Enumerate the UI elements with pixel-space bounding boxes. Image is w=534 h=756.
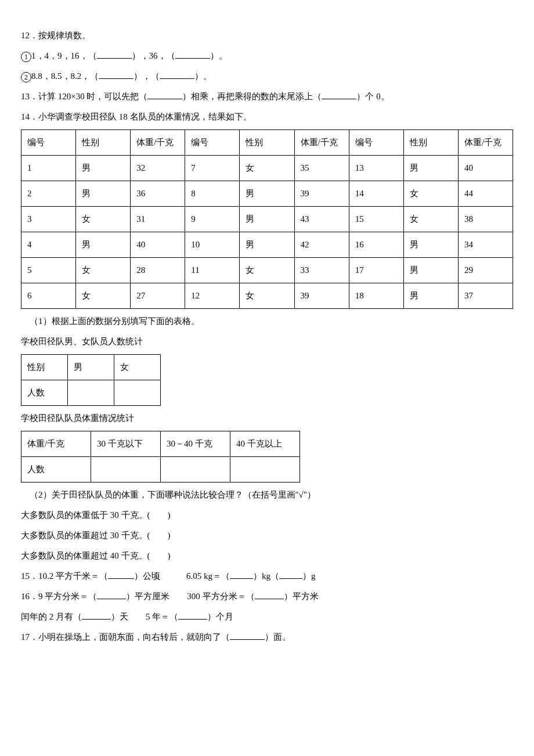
th: 编号 xyxy=(349,130,403,156)
th: 性别 xyxy=(76,130,131,156)
blank xyxy=(99,70,134,79)
q16-line2: 闰年的 2 月有（）天 5 年＝（）个月 xyxy=(21,609,513,625)
q16-l1c: ）平方米 xyxy=(284,592,319,601)
table-row: 1男327女3513男40 xyxy=(21,156,513,181)
th: 性别 xyxy=(21,355,68,380)
blank xyxy=(230,570,253,579)
q14-opt1: 大多数队员的体重低于 30 千克。( ) xyxy=(21,507,513,523)
circle-1-icon: 1 xyxy=(21,52,31,62)
q17-b: ）面。 xyxy=(265,632,291,642)
q15-a: 15．10.2 平方千米＝（ xyxy=(21,571,108,581)
q14-opt2: 大多数队员的体重超过 30 千克。( ) xyxy=(21,528,513,543)
q16-l1b: ）平方厘米 300 平方分米＝（ xyxy=(126,592,254,601)
q12-l2a: 8.8，8.5，8.2，（ xyxy=(31,71,99,81)
table-row: 6女2712女3918男37 xyxy=(21,283,513,309)
blank xyxy=(147,91,182,99)
blank xyxy=(108,570,134,579)
q15-d: ）g xyxy=(302,571,316,581)
q12-line1: 11，4，9，16，（），36，（）。 xyxy=(21,48,513,64)
gender-table-caption: 学校田径队男、女队员人数统计 xyxy=(21,334,513,350)
blank xyxy=(97,591,126,599)
q14-sub1: （1）根据上面的数据分别填写下面的表格。 xyxy=(21,314,513,329)
q14-opt3: 大多数队员的体重超过 40 千克。( ) xyxy=(21,548,513,564)
q16-l1a: 16．9 平方分米＝（ xyxy=(21,592,97,601)
th: 体重/千克 xyxy=(294,130,349,156)
table-row: 5女2811女3317男29 xyxy=(21,258,513,283)
blank xyxy=(97,50,132,59)
blank-cell xyxy=(91,457,161,483)
blank xyxy=(82,611,111,620)
th: 男 xyxy=(68,355,114,380)
th: 编号 xyxy=(21,130,76,156)
table-row: 4男4010男4216男34 xyxy=(21,232,513,258)
blank xyxy=(255,591,284,599)
blank-cell xyxy=(68,380,114,406)
blank xyxy=(160,70,194,79)
q12-l2c: ）。 xyxy=(194,71,212,81)
th: 性别 xyxy=(403,130,458,156)
q15-b: ）公顷 6.05 kg＝（ xyxy=(134,571,230,581)
q15-c: ）kg（ xyxy=(253,571,279,581)
q12-title: 12．按规律填数。 xyxy=(21,28,513,44)
q13-c: ）个 0。 xyxy=(356,92,389,101)
q16-l2c: ）个月 xyxy=(207,612,233,621)
q13-a: 13．计算 120×30 时，可以先把（ xyxy=(21,92,147,101)
th: 30 千克以下 xyxy=(91,431,161,457)
blank xyxy=(178,611,207,620)
q17: 17．小明在操场上，面朝东面，向右转后，就朝向了（）面。 xyxy=(21,629,513,645)
student-weight-table: 编号 性别 体重/千克 编号 性别 体重/千克 编号 性别 体重/千克 1男32… xyxy=(21,129,513,309)
q16-l2b: ）天 5 年＝（ xyxy=(111,612,178,621)
q14-sub2: （2）关于田径队队员的体重，下面哪种说法比较合理？（在括号里画"√"） xyxy=(21,487,513,503)
q17-a: 17．小明在操场上，面朝东面，向右转后，就朝向了（ xyxy=(21,632,230,642)
blank-cell xyxy=(230,457,300,483)
table-row: 人数 xyxy=(21,457,300,483)
q16-line1: 16．9 平方分米＝（）平方厘米 300 平方分米＝（）平方米 xyxy=(21,589,513,604)
row-label: 人数 xyxy=(21,457,91,483)
blank xyxy=(175,50,210,59)
blank xyxy=(279,570,302,579)
q12-l2b: ），（ xyxy=(134,71,160,81)
table-header-row: 编号 性别 体重/千克 编号 性别 体重/千克 编号 性别 体重/千克 xyxy=(21,130,513,156)
circle-2-icon: 2 xyxy=(21,72,31,82)
q12-l1a: 1，4，9，16，（ xyxy=(31,51,97,60)
q13-b: ）相乘，再把乘得的数的末尾添上（ xyxy=(182,92,322,101)
blank-cell xyxy=(161,457,230,483)
blank xyxy=(322,91,356,99)
th: 体重/千克 xyxy=(131,130,185,156)
th: 性别 xyxy=(240,130,294,156)
blank xyxy=(230,631,265,640)
th: 编号 xyxy=(185,130,240,156)
table-row: 3女319男4315女38 xyxy=(21,207,513,232)
blank-cell xyxy=(114,380,161,406)
th: 女 xyxy=(114,355,161,380)
q12-l1b: ），36，（ xyxy=(132,51,175,60)
weight-table-caption: 学校田径队队员体重情况统计 xyxy=(21,411,513,426)
row-label: 人数 xyxy=(21,380,68,406)
table-row: 性别 男 女 xyxy=(21,355,161,380)
weight-stats-table: 体重/千克 30 千克以下 30－40 千克 40 千克以上 人数 xyxy=(21,431,300,483)
table-row: 体重/千克 30 千克以下 30－40 千克 40 千克以上 xyxy=(21,431,300,457)
table-row: 2男368男3914女44 xyxy=(21,181,513,207)
q14-title: 14．小华调查学校田径队 18 名队员的体重情况，结果如下。 xyxy=(21,109,513,125)
th: 40 千克以上 xyxy=(230,431,300,457)
q12-line2: 28.8，8.5，8.2，（），（）。 xyxy=(21,69,513,84)
th: 30－40 千克 xyxy=(161,431,230,457)
q16-l2a: 闰年的 2 月有（ xyxy=(21,612,82,621)
gender-stats-table: 性别 男 女 人数 xyxy=(21,354,161,406)
table-row: 人数 xyxy=(21,380,161,406)
th: 体重/千克 xyxy=(458,130,513,156)
q13: 13．计算 120×30 时，可以先把（）相乘，再把乘得的数的末尾添上（）个 0… xyxy=(21,89,513,105)
q12-l1c: ）。 xyxy=(210,51,228,60)
q15: 15．10.2 平方千米＝（）公顷 6.05 kg＝（）kg（）g xyxy=(21,568,513,584)
th: 体重/千克 xyxy=(21,431,91,457)
